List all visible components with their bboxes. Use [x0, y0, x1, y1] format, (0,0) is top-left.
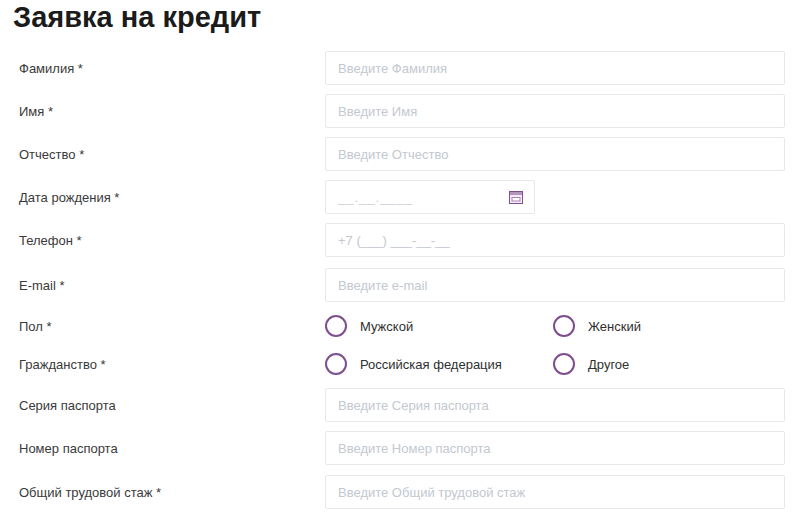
citizenship-label: Гражданство * [19, 357, 106, 372]
firstname-input[interactable] [325, 94, 785, 128]
patronymic-label: Отчество * [19, 147, 84, 162]
form-row-passport-series: Серия паспорта [0, 388, 800, 422]
form-row-firstname: Имя * [0, 94, 800, 128]
surname-input[interactable] [325, 51, 785, 85]
gender-male-option[interactable]: Мужской [325, 315, 413, 337]
gender-male-label: Мужской [360, 319, 413, 334]
radio-unchecked-icon[interactable] [325, 315, 347, 337]
form-row-phone: Телефон * [0, 223, 800, 257]
form-row-citizenship: Гражданство * Российская федерация Друго… [0, 353, 800, 375]
firstname-label: Имя * [19, 104, 53, 119]
form-row-birthdate: Дата рождения * [0, 180, 800, 214]
gender-female-option[interactable]: Женский [553, 315, 641, 337]
passport-series-label: Серия паспорта [19, 398, 116, 413]
passport-number-label: Номер паспорта [19, 441, 118, 456]
radio-unchecked-icon[interactable] [553, 353, 575, 375]
calendar-icon[interactable] [509, 190, 523, 204]
form-row-patronymic: Отчество * [0, 137, 800, 171]
form-row-surname: Фамилия * [0, 51, 800, 85]
email-label: E-mail * [19, 278, 65, 293]
birthdate-label: Дата рождения * [19, 190, 119, 205]
passport-series-input[interactable] [325, 388, 785, 422]
gender-label: Пол * [19, 319, 52, 334]
work-experience-label: Общий трудовой стаж * [19, 485, 161, 500]
gender-female-label: Женский [588, 319, 641, 334]
credit-application-page: Заявка на кредит Фамилия * Имя * Отчеств… [0, 0, 800, 514]
form-row-email: E-mail * [0, 268, 800, 302]
birthdate-field [325, 180, 535, 214]
form-row-work-experience: Общий трудовой стаж * [0, 475, 800, 509]
email-input[interactable] [325, 268, 785, 302]
birthdate-input[interactable] [325, 180, 535, 214]
phone-input[interactable] [325, 223, 785, 257]
patronymic-input[interactable] [325, 137, 785, 171]
citizenship-other-label: Другое [588, 357, 629, 372]
passport-number-input[interactable] [325, 431, 785, 465]
form-row-passport-number: Номер паспорта [0, 431, 800, 465]
citizenship-russia-label: Российская федерация [360, 357, 502, 372]
phone-label: Телефон * [19, 233, 82, 248]
citizenship-russia-option[interactable]: Российская федерация [325, 353, 502, 375]
form-row-gender: Пол * Мужской Женский [0, 315, 800, 337]
page-title: Заявка на кредит [13, 1, 261, 34]
radio-unchecked-icon[interactable] [553, 315, 575, 337]
radio-unchecked-icon[interactable] [325, 353, 347, 375]
citizenship-other-option[interactable]: Другое [553, 353, 629, 375]
work-experience-input[interactable] [325, 475, 785, 509]
surname-label: Фамилия * [19, 61, 83, 76]
